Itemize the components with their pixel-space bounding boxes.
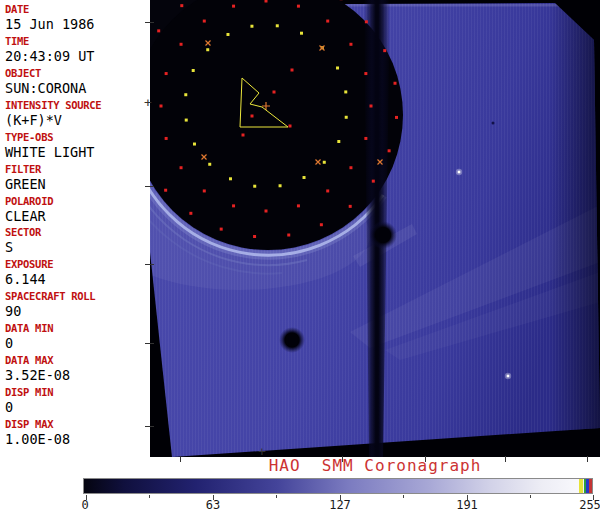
ring-fiducial-dot [349,205,352,208]
colorbar [83,478,593,494]
colorbar-tick-label: 0 [63,498,107,512]
field-label: DISP MAX [5,418,150,431]
pylon-blob [369,221,397,249]
field-value: S [5,239,150,256]
ring-fiducial-dot [180,166,183,169]
field-value: 20:43:09 UT [5,48,150,65]
field-value: GREEN [5,176,150,193]
colorbar-minor-tick [530,495,531,498]
field-disp-min: DISP MIN0 [0,386,150,418]
ring-fiducial-dot [388,149,391,152]
left-edge-tick [145,343,154,344]
colorbar-stripe [579,479,583,493]
field-value: 1.00E-08 [5,431,150,448]
left-edge-tick [145,186,154,187]
ring-fiducial-dot [208,163,211,166]
inner-fiducial-dot [251,115,254,118]
dark-speck [492,122,495,125]
colorbar-tick-label: 191 [445,498,489,512]
ring-fiducial-dot [253,235,256,238]
page-title: HAO SMM Coronagraph [150,456,600,474]
ring-fiducial-dot [349,166,352,169]
field-label: SECTOR [5,226,150,239]
coronagraph-image-area [150,0,600,457]
field-data-min: DATA MIN0 [0,322,150,354]
field-spacecraft-roll: SPACECRAFT ROLL90 [0,290,150,322]
field-label: POLAROID [5,195,150,208]
ring-fiducial-dot [279,184,282,187]
field-label: TIME [5,35,150,48]
ring-fiducial-dot [336,66,339,69]
field-label: SPACECRAFT ROLL [5,290,150,303]
app-window: DATE15 Jun 1986 TIME20:43:09 UT OBJECTSU… [0,0,600,512]
field-value: CLEAR [5,208,150,225]
inner-fiducial-dot [273,91,276,94]
left-edge-tick [145,264,154,265]
ring-fiducial-dot [203,20,206,23]
ring-fiducial-dot [226,33,229,36]
field-label: DATE [5,3,150,16]
field-exposure: EXPOSURE6.144 [0,258,150,290]
ring-fiducial-dot [189,212,192,215]
ring-fiducial-dot [184,93,187,96]
field-label: DISP MIN [5,386,150,399]
ring-fiducial-dot [323,161,326,164]
field-value: SUN:CORONA [5,80,150,97]
ring-fiducial-dot [232,5,235,8]
field-type-obs: TYPE-OBSWHITE LIGHT [0,131,150,163]
field-label: EXPOSURE [5,258,150,271]
colorbar-stripe [583,479,584,493]
field-filter: FILTERGREEN [0,163,150,195]
field-value: WHITE LIGHT [5,144,150,161]
ring-fiducial-dot [164,189,167,192]
colorbar-stripe [589,479,592,493]
ring-fiducial-dot [203,189,206,192]
field-value: 6.144 [5,271,150,288]
colorbar-stripe [584,479,586,493]
field-value: 15 Jun 1986 [5,16,150,33]
field-label: DATA MAX [5,354,150,367]
ring-fiducial-dot [287,234,290,237]
field-label: DATA MIN [5,322,150,335]
colorbar-tick-label: 255 [568,498,600,512]
field-polaroid: POLAROIDCLEAR [0,195,150,227]
inner-fiducial-dot [289,125,292,128]
star-dot [458,171,461,174]
ring-fiducial-dot [180,43,183,46]
ring-fiducial-dot [303,176,306,179]
ring-fiducial-dot [394,82,397,85]
field-label: INTENSITY SOURCE [5,99,150,112]
left-edge-tick [145,426,154,427]
ring-fiducial-dot [220,228,223,231]
ring-fiducial-dot [337,140,340,143]
field-label: TYPE-OBS [5,131,150,144]
colorbar-tick-label: 127 [318,498,362,512]
field-date: DATE15 Jun 1986 [0,3,150,35]
ring-fiducial-dot [364,72,367,75]
ring-fiducial-dot [297,5,300,8]
ring-fiducial-dot [229,177,232,180]
field-value: 0 [5,399,150,416]
inner-fiducial-dot [291,69,294,72]
ring-fiducial-dot [157,29,160,32]
dust-blob [279,327,305,353]
field-disp-max: DISP MAX1.00E-08 [0,418,150,450]
ring-fiducial-dot [232,204,235,207]
field-object: OBJECTSUN:CORONA [0,67,150,99]
inner-fiducial-dot [242,134,245,137]
ring-fiducial-dot [395,116,398,119]
ring-fiducial-dot [180,4,183,7]
ring-fiducial-dot [185,119,188,122]
ring-fiducial-dot [265,0,268,3]
colorbar-minor-tick [403,495,404,498]
right-edge-shadow [550,0,600,457]
left-edge-tick [145,22,154,23]
colorbar-minor-tick [276,495,277,498]
ring-fiducial-dot [250,25,253,28]
field-value: (K+F)*V [5,112,150,129]
ring-fiducial-dot [326,20,329,23]
colorbar-stripe [586,479,589,493]
field-intensity-source: INTENSITY SOURCE(K+F)*V [0,99,150,131]
ring-fiducial-dot [320,223,323,226]
ring-fiducial-dot [365,20,368,23]
